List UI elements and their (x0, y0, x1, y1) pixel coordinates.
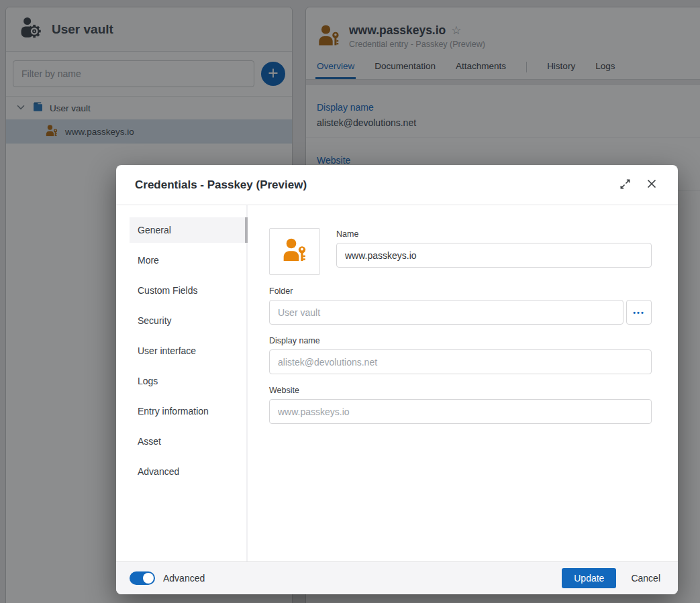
dialog-nav-general[interactable]: General (130, 217, 246, 243)
dialog-form: Name Folder ••• Display name Website (248, 205, 678, 561)
close-icon (646, 178, 658, 192)
website-label: Website (269, 386, 652, 395)
display-name-input[interactable] (269, 349, 652, 374)
ellipsis-icon: ••• (633, 309, 645, 317)
dialog-nav-advanced[interactable]: Advanced (130, 459, 246, 484)
display-name-label: Display name (269, 336, 652, 345)
expand-icon (619, 178, 632, 193)
folder-input[interactable] (269, 300, 623, 325)
dialog-nav-user-interface[interactable]: User interface (130, 338, 246, 364)
user-key-icon (281, 237, 308, 266)
edit-credential-dialog: Credentials - Passkey (Preview) General … (116, 165, 678, 594)
advanced-toggle-label: Advanced (163, 573, 562, 584)
entry-type-icon-box (269, 228, 320, 275)
dialog-title: Credentials - Passkey (Preview) (135, 178, 608, 192)
expand-dialog-button[interactable] (615, 175, 635, 195)
cancel-button[interactable]: Cancel (631, 573, 660, 584)
close-dialog-button[interactable] (642, 175, 662, 195)
toggle-knob (143, 573, 154, 584)
name-input[interactable] (336, 243, 652, 268)
advanced-toggle[interactable] (130, 571, 155, 585)
dialog-nav-entry-information[interactable]: Entry information (130, 398, 246, 424)
dialog-nav-asset[interactable]: Asset (130, 429, 246, 454)
folder-label: Folder (269, 286, 652, 296)
update-button[interactable]: Update (562, 568, 616, 588)
website-input[interactable] (269, 399, 652, 424)
dialog-nav-more[interactable]: More (130, 248, 246, 273)
folder-browse-button[interactable]: ••• (626, 300, 652, 325)
dialog-nav-custom-fields[interactable]: Custom Fields (130, 278, 246, 303)
name-label: Name (336, 229, 652, 239)
dialog-side-nav: General More Custom Fields Security User… (116, 205, 248, 561)
dialog-nav-security[interactable]: Security (130, 308, 246, 333)
dialog-nav-logs[interactable]: Logs (130, 368, 246, 394)
